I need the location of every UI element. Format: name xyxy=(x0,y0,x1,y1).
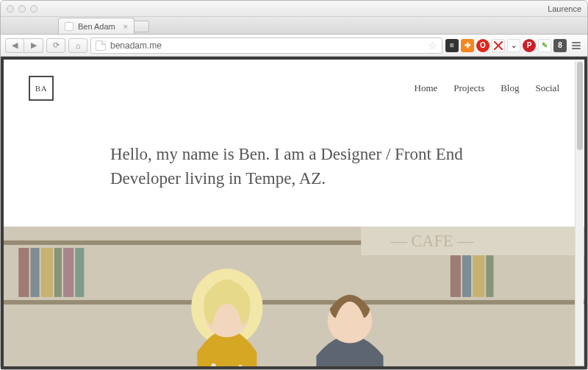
svg-rect-3 xyxy=(18,248,29,297)
page-icon xyxy=(96,40,106,51)
tab-close-icon[interactable]: × xyxy=(123,22,128,31)
hero-image: — CAFE — xyxy=(4,227,584,366)
orange-extension-icon[interactable]: ✚ xyxy=(461,39,474,52)
address-bar[interactable]: benadam.me ☆ xyxy=(90,38,442,54)
site-header: BA Home Projects Blog Social xyxy=(4,60,584,101)
opera-icon[interactable]: O xyxy=(476,39,490,52)
url-text: benadam.me xyxy=(110,40,162,51)
home-button[interactable]: ⌂ xyxy=(68,38,87,53)
intro-section: Hello, my name is Ben. I am a Designer /… xyxy=(96,142,492,191)
evernote-icon[interactable]: ✎ xyxy=(538,39,551,52)
back-button[interactable]: ◀ xyxy=(5,38,24,53)
svg-rect-2 xyxy=(4,300,584,305)
reload-button[interactable]: ⟳ xyxy=(46,38,65,53)
bookmark-star-icon[interactable]: ☆ xyxy=(428,40,437,51)
svg-rect-8 xyxy=(75,248,84,297)
svg-text:— CAFE —: — CAFE — xyxy=(390,232,474,250)
nav-social[interactable]: Social xyxy=(536,82,560,94)
svg-rect-7 xyxy=(63,248,74,297)
profile-name[interactable]: Laurence xyxy=(548,4,581,13)
page-content: BA Home Projects Blog Social Hello, my n… xyxy=(4,60,584,366)
favicon-icon xyxy=(65,22,74,31)
svg-rect-4 xyxy=(30,248,39,297)
nav-buttons: ◀ ▶ xyxy=(5,38,43,53)
browser-window: Laurence Ben Adam × ◀ ▶ ⟳ ⌂ benadam.me ☆… xyxy=(0,0,588,370)
counter-badge-icon[interactable]: 8 xyxy=(553,39,567,52)
intro-heading: Hello, my name is Ben. I am a Designer /… xyxy=(110,142,478,191)
pinterest-icon[interactable]: P xyxy=(523,39,536,52)
toolbar: ◀ ▶ ⟳ ⌂ benadam.me ☆ ≡ ✚ O ⌄ P ✎ 8 xyxy=(1,35,587,57)
svg-rect-5 xyxy=(41,248,53,297)
titlebar: Laurence xyxy=(1,1,587,17)
window-controls xyxy=(7,5,37,13)
site-nav: Home Projects Blog Social xyxy=(415,82,559,94)
scrollbar-thumb[interactable] xyxy=(577,62,583,150)
nav-projects[interactable]: Projects xyxy=(453,82,484,94)
svg-rect-6 xyxy=(54,248,62,297)
tab-active[interactable]: Ben Adam × xyxy=(58,18,135,34)
viewport: BA Home Projects Blog Social Hello, my n… xyxy=(1,57,587,369)
tab-title: Ben Adam xyxy=(78,22,115,31)
pocket-icon[interactable]: ⌄ xyxy=(507,39,520,52)
nav-home[interactable]: Home xyxy=(415,82,438,94)
gmail-icon[interactable] xyxy=(492,39,505,52)
site-logo[interactable]: BA xyxy=(29,76,54,101)
forward-button[interactable]: ▶ xyxy=(24,38,43,53)
buffer-icon[interactable]: ≡ xyxy=(445,39,459,52)
extensions: ≡ ✚ O ⌄ P ✎ 8 xyxy=(445,39,567,52)
zoom-window-icon[interactable] xyxy=(30,5,37,13)
minimize-window-icon[interactable] xyxy=(18,5,26,13)
scrollbar[interactable] xyxy=(575,60,584,366)
new-tab-button[interactable] xyxy=(135,21,149,32)
nav-blog[interactable]: Blog xyxy=(501,82,519,94)
close-window-icon[interactable] xyxy=(7,5,14,13)
tab-strip: Ben Adam × xyxy=(1,17,587,35)
chrome-menu-icon[interactable] xyxy=(570,39,583,52)
